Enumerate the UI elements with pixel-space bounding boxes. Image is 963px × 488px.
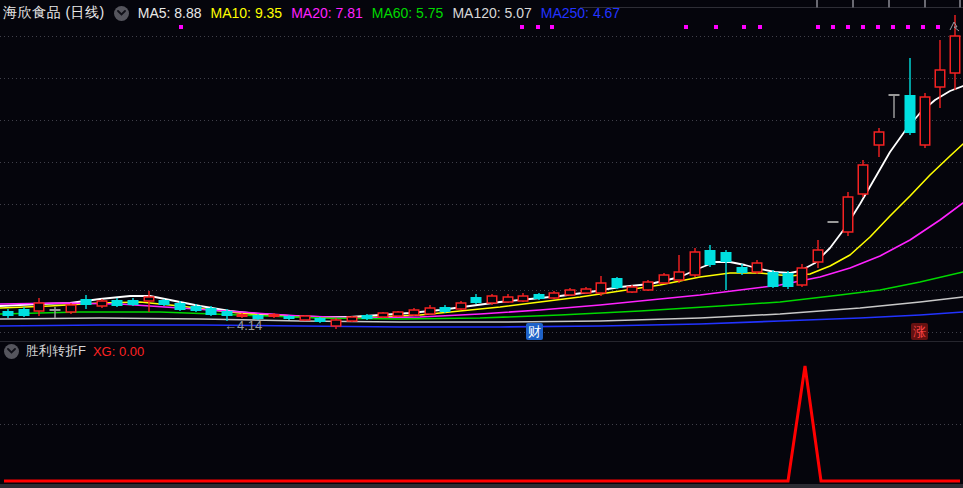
candle-up-body (950, 36, 960, 73)
candle-up-solid-body (269, 314, 280, 317)
candle-down-body (315, 318, 326, 322)
candle-down-body (471, 297, 482, 303)
candle-down-body (128, 300, 139, 305)
ma60-label: MA60: 5.75 (372, 5, 444, 21)
candle-up-body (920, 97, 930, 145)
candle-down-body (534, 294, 545, 299)
ma120-label: MA120: 5.07 (452, 5, 531, 21)
watermark-cai: 财 (526, 323, 543, 340)
sub-indicator-value: XG: 0.00 (93, 344, 144, 359)
title-bar: 海欣食品 (日线) MA5: 8.88 MA10: 9.35 MA20: 7.8… (0, 0, 963, 26)
ma10-label: MA10: 9.35 (211, 5, 283, 21)
candle-down-body (284, 316, 295, 319)
stock-title: 海欣食品 (日线) (3, 4, 105, 22)
candle-down-body (175, 303, 186, 310)
candle-down-body (705, 250, 716, 265)
candle-up-body (518, 296, 528, 301)
stock-chart-app: 海欣食品 (日线) MA5: 8.88 MA10: 9.35 MA20: 7.8… (0, 0, 963, 488)
candle-up-body (144, 297, 154, 301)
candle-up-body (487, 296, 497, 303)
candle-down-body (721, 252, 732, 262)
candle-up-body (565, 290, 575, 295)
sub-collapse-chevron-icon[interactable] (4, 344, 19, 359)
candle-up-body (34, 303, 44, 311)
sub-indicator-line (4, 366, 960, 481)
candle-up-body (674, 272, 684, 280)
candle-up-body (643, 282, 653, 290)
candle-up-body (425, 308, 435, 314)
candle-up-body (66, 305, 76, 312)
candle-up-body (549, 293, 559, 298)
candle-down-body (81, 299, 92, 305)
collapse-chevron-icon[interactable] (114, 6, 129, 21)
sub-indicator-header: 胜利转折F XG: 0.00 (4, 343, 144, 359)
candle-up-body (503, 297, 513, 302)
candle-up-body (659, 275, 669, 283)
candle-up-body (858, 165, 868, 194)
candle-up-body (393, 312, 403, 316)
sub-indicator-name[interactable]: 胜利转折F (26, 342, 86, 360)
candle-down-body (222, 311, 233, 316)
candle-up-body (456, 303, 466, 309)
candle-down-body (206, 308, 217, 315)
candle-up-body (331, 320, 341, 326)
candle-up-body (409, 310, 419, 315)
candle-up-body (596, 283, 606, 293)
candle-down-body (112, 300, 123, 306)
candle-down-body (159, 300, 170, 305)
low-price-annotation: ←4.14 (224, 318, 262, 333)
candle-down-body (440, 307, 451, 312)
candle-up-body (378, 313, 388, 317)
candle-up-body (752, 263, 762, 272)
candle-up-body (690, 252, 700, 275)
candle-up-body (874, 132, 884, 145)
ma5-label: MA5: 8.88 (138, 5, 202, 21)
candle-down-body (3, 311, 14, 316)
candle-down-body (191, 306, 202, 311)
candle-down-body (783, 273, 794, 287)
candle-down-body (905, 95, 916, 133)
candle-down-body (737, 267, 748, 273)
candle-up-body (627, 287, 637, 292)
candle-down-body (19, 309, 30, 316)
candle-up-body (843, 197, 853, 232)
ma20-label: MA20: 7.81 (291, 5, 363, 21)
candle-up-solid-body (237, 314, 248, 317)
candle-up-body (797, 268, 807, 285)
candle-down-body (768, 272, 779, 287)
candle-down-body (362, 315, 373, 319)
candle-up-body (935, 70, 945, 87)
candle-up-body (97, 301, 107, 306)
candlestick-chart-canvas[interactable] (0, 0, 963, 488)
candle-down-body (612, 278, 623, 288)
ma250-label: MA250: 4.67 (541, 5, 620, 21)
candle-up-body (813, 250, 823, 262)
bottom-strip (0, 484, 963, 488)
ma-line-ma10 (0, 144, 963, 318)
candle-up-body (581, 289, 591, 293)
watermark-zhang: 涨 (911, 323, 928, 340)
candle-up-body (347, 317, 357, 321)
panel-divider (0, 341, 963, 342)
candle-up-body (300, 316, 310, 320)
